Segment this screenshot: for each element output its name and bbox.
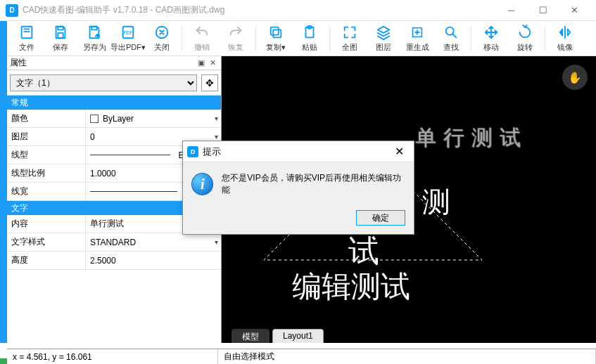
toolbar-find-button[interactable]: 查找: [434, 22, 468, 56]
value-text: 2.5000: [90, 256, 116, 266]
minimize-panel-button[interactable]: ▣: [196, 58, 207, 69]
toolbar-label: 查找: [443, 42, 459, 53]
toolbar-label: 移动: [483, 42, 499, 53]
toolbar-pdf-button[interactable]: PDF导出PDF▾: [111, 22, 145, 56]
dialog-titlebar[interactable]: D 提示 ✕: [183, 141, 414, 162]
toolbar-label: 旋转: [517, 42, 533, 53]
toolbar-label: 复制▾: [266, 42, 286, 53]
undo-icon: [194, 24, 210, 41]
property-row: 颜色ByLayer▾: [7, 110, 221, 128]
toolbar-save-button[interactable]: 保存: [44, 22, 77, 56]
property-name: 高度: [7, 252, 86, 269]
ok-button[interactable]: 确定: [356, 210, 405, 226]
property-name: 线型比例: [7, 164, 86, 182]
toolbar-rotate-button[interactable]: 旋转: [508, 22, 542, 56]
close-panel-button[interactable]: ✕: [207, 58, 218, 69]
find-icon: [443, 24, 459, 41]
toolbar-mirror-button[interactable]: 镜像: [548, 22, 582, 56]
toolbar-label: 保存: [53, 42, 68, 53]
svg-rect-3: [91, 27, 96, 30]
toolbar-label: 粘贴: [302, 42, 317, 53]
property-group-header[interactable]: 常规: [7, 96, 221, 110]
svg-text:PDF: PDF: [124, 30, 133, 35]
status-mode: 自由选择模式: [218, 349, 596, 364]
toolbar-label: 图层: [376, 42, 391, 53]
rotate-icon: [517, 24, 533, 41]
toolbar-label: 文件: [19, 42, 34, 53]
dialog-body: i 您不是VIP会员，请购买VIP后再使用相关编辑功能: [183, 162, 414, 206]
property-name: 内容: [7, 215, 86, 233]
property-value[interactable]: 2.5000: [86, 252, 221, 269]
toolbar-label: 镜像: [557, 42, 573, 53]
svg-rect-2: [58, 33, 63, 38]
toolbar-saveas-button[interactable]: 另存为: [77, 22, 111, 56]
layers-icon: [376, 24, 391, 41]
toolbar-label: 全图: [342, 42, 357, 53]
layout-tab[interactable]: Layout1: [272, 329, 324, 343]
minimize-button[interactable]: ─: [495, 0, 527, 21]
selection-row: 文字（1） ✥: [7, 70, 221, 96]
toolbar-layers-button[interactable]: 图层: [367, 22, 400, 56]
toolbar-label: 导出PDF▾: [110, 42, 146, 53]
canvas-text-dashed: 单行测试: [415, 124, 528, 152]
layout-tabs: 模型Layout1: [232, 329, 324, 343]
property-row: 高度2.5000: [7, 252, 221, 270]
dialog-title: 提示: [203, 145, 388, 158]
mirror-icon: [557, 24, 573, 41]
app-icon: D: [6, 4, 18, 17]
value-text: 1.0000: [90, 169, 116, 178]
extent-icon: [342, 24, 357, 41]
toolbar-redo-button: 恢复: [219, 22, 253, 56]
selection-dropdown[interactable]: 文字（1）: [10, 74, 197, 91]
save-icon: [53, 24, 68, 41]
value-text: 单行测试: [90, 218, 124, 230]
svg-rect-7: [273, 30, 281, 37]
chevron-down-icon: ▾: [215, 133, 218, 141]
left-strip: [0, 21, 7, 343]
chevron-down-icon: ▾: [215, 115, 218, 122]
properties-header: 属性 ▣ ✕: [7, 56, 221, 70]
toolbar-label: 关闭: [154, 42, 170, 53]
move-icon: [483, 24, 499, 41]
toolbar-separator: [329, 26, 330, 51]
titlebar: D CAD快速看图-编辑助手 v1.7.0.18 - CAD画图测试.dwg ─…: [0, 0, 596, 21]
pan-button[interactable]: ✋: [562, 65, 588, 90]
toolbar-undo-button: 撤销: [185, 22, 219, 56]
dialog-app-icon: D: [187, 146, 198, 157]
color-swatch: [90, 115, 99, 123]
dialog-message: 您不是VIP会员，请购买VIP后再使用相关编辑功能: [222, 172, 405, 196]
quick-select-button[interactable]: ✥: [201, 74, 218, 91]
close-icon: [154, 24, 170, 41]
toolbar-label: 另存为: [83, 42, 106, 53]
toolbar-label: 重生成: [406, 42, 429, 53]
toolbar-paste-button[interactable]: 粘贴: [293, 22, 326, 56]
dialog-close-button[interactable]: ✕: [388, 145, 410, 158]
property-value[interactable]: ByLayer▾: [86, 110, 221, 127]
toolbar-copy-button[interactable]: 复制▾: [259, 22, 293, 56]
copy-icon: [268, 24, 284, 41]
maximize-button[interactable]: ☐: [527, 0, 559, 21]
property-name: 图层: [7, 128, 86, 145]
toolbar-file-button[interactable]: 文件: [10, 22, 44, 56]
value-text: STANDARD: [90, 238, 136, 247]
file-icon: [19, 24, 34, 41]
statusbar: x = 4.561, y = 16.061 自由选择模式: [7, 349, 596, 364]
pdf-icon: PDF: [120, 24, 136, 41]
paste-icon: [302, 24, 317, 41]
toolbar-close-button[interactable]: 关闭: [145, 22, 179, 56]
canvas-text-mid2: 试: [348, 230, 379, 272]
message-dialog: D 提示 ✕ i 您不是VIP会员，请购买VIP后再使用相关编辑功能 确定: [182, 141, 414, 235]
property-name: 颜色: [7, 110, 86, 127]
layout-tab[interactable]: 模型: [232, 329, 270, 343]
value-text: 0: [90, 132, 95, 142]
property-row: 文字样式STANDARD▾: [7, 233, 221, 252]
toolbar-move-button[interactable]: 移动: [474, 22, 508, 56]
property-value[interactable]: STANDARD▾: [86, 233, 221, 251]
toolbar-regen-button[interactable]: 重生成: [400, 22, 434, 56]
regen-icon: [410, 24, 425, 41]
saveas-icon: [87, 24, 102, 41]
line-preview: [90, 155, 170, 155]
info-icon: i: [191, 173, 213, 195]
close-window-button[interactable]: ✕: [559, 0, 590, 21]
toolbar-extent-button[interactable]: 全图: [333, 22, 367, 56]
